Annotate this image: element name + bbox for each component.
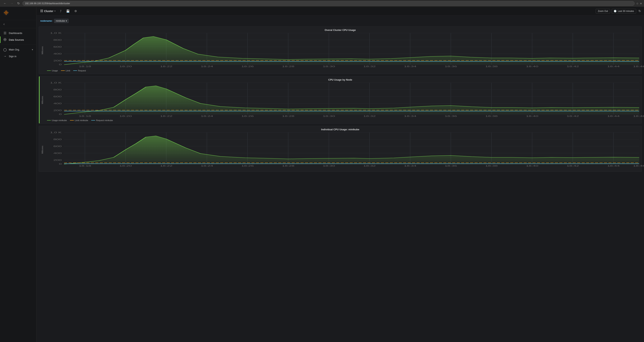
- svg-text:800: 800: [53, 89, 62, 91]
- sidebar-item-signin[interactable]: → Sign in: [0, 53, 36, 60]
- dashboard-dropdown-icon: ▾: [54, 10, 56, 12]
- svg-text:18:36: 18:36: [445, 165, 457, 167]
- svg-text:18:24: 18:24: [201, 65, 213, 68]
- time-range-label: Last 30 minutes: [618, 10, 634, 13]
- svg-text:18:46: 18:46: [633, 165, 644, 167]
- svg-text:18:18: 18:18: [79, 65, 91, 68]
- save-button[interactable]: 💾: [64, 9, 71, 14]
- svg-text:18:24: 18:24: [201, 165, 213, 167]
- app-layout: ‹ ☷ Dashboards 🖸 Data Sources ◯ Main Org…: [0, 7, 644, 342]
- svg-text:200: 200: [53, 159, 62, 161]
- nodename-filter-label: nodename:: [40, 20, 52, 22]
- sidebar-item-org[interactable]: ◯ Main Org. ▾: [0, 46, 36, 53]
- address-bar[interactable]: 192.168.99.100:31359/dashboard/db/cluste…: [22, 1, 634, 6]
- svg-text:400: 400: [53, 53, 62, 55]
- datasources-label: Data Sources: [9, 38, 24, 41]
- svg-text:18:44: 18:44: [607, 165, 620, 167]
- svg-text:0: 0: [59, 64, 62, 66]
- time-range-button[interactable]: 🕐 Last 30 minutes: [612, 9, 636, 14]
- org-icon: ◯: [3, 48, 7, 51]
- sidebar-item-datasources[interactable]: 🖸 Data Sources: [0, 37, 36, 43]
- forward-button[interactable]: →: [9, 1, 14, 6]
- share-button[interactable]: ⤴: [58, 9, 63, 14]
- chart-inner-1: 1.0 K 800 600 400 200 0: [44, 33, 639, 68]
- legend-usage-minikube: Usage minikube: [47, 119, 67, 121]
- svg-text:800: 800: [53, 39, 62, 41]
- svg-text:18:46: 18:46: [633, 115, 644, 117]
- main-content: nodename: minikube ▾ Overal Cluster CPU …: [36, 15, 644, 342]
- legend-limit-1: Limit: [61, 69, 70, 72]
- svg-text:18:18: 18:18: [79, 165, 91, 167]
- chart-svg-1: 1.0 K 800 600 400 200 0: [44, 33, 639, 68]
- svg-text:400: 400: [53, 102, 62, 105]
- menu-icon[interactable]: ≡: [640, 2, 642, 5]
- chart-legend-3: [39, 168, 642, 172]
- chart-area-3: Millicores: [39, 132, 642, 168]
- refresh-button[interactable]: ↻: [638, 9, 642, 14]
- svg-text:18:28: 18:28: [282, 115, 294, 117]
- svg-text:18:42: 18:42: [566, 165, 579, 167]
- svg-text:1.0 K: 1.0 K: [50, 32, 62, 34]
- chart-title-3: Individual CPU Usage: minikube: [39, 126, 642, 132]
- datasources-icon: 🖸: [3, 38, 7, 42]
- svg-text:18:34: 18:34: [404, 65, 416, 68]
- chart-legend-1: Usage Limit Request: [39, 68, 642, 74]
- svg-text:18:22: 18:22: [160, 65, 172, 68]
- svg-text:600: 600: [53, 46, 62, 48]
- chart-area-1: Millicores 1.0 K 800: [39, 32, 642, 68]
- dashboard-title-area[interactable]: ☷ Cluster ▾: [39, 9, 57, 14]
- svg-text:18:20: 18:20: [120, 165, 132, 167]
- nodename-filter-value[interactable]: minikube ▾: [54, 19, 68, 23]
- sidebar-item-dashboards[interactable]: ☷ Dashboards: [0, 30, 36, 37]
- reload-button[interactable]: ↻: [16, 1, 21, 6]
- chart-title-1: Overal Cluster CPU Usage: [39, 27, 642, 32]
- org-label: Main Org.: [9, 48, 20, 51]
- org-dropdown-icon: ▾: [32, 48, 33, 51]
- svg-text:600: 600: [53, 96, 62, 98]
- svg-text:18:30: 18:30: [322, 115, 335, 117]
- svg-text:18:20: 18:20: [120, 65, 132, 68]
- chart-inner-3: 1.0 K 800 600 400 200 0 18:18 18:20 18:2…: [44, 132, 639, 167]
- svg-text:18:18: 18:18: [79, 115, 91, 117]
- star-icon[interactable]: ☆: [636, 2, 639, 5]
- svg-text:18:36: 18:36: [445, 65, 457, 68]
- svg-marker-136: [64, 136, 639, 164]
- svg-text:18:46: 18:46: [633, 65, 644, 68]
- top-bar: ☷ Cluster ▾ ⤴ 💾 ⚙ Zoom Out 🕐 Last 30 min…: [36, 7, 644, 15]
- nav-back-button[interactable]: ‹: [2, 22, 6, 27]
- svg-text:18:30: 18:30: [322, 65, 335, 68]
- zoom-out-button[interactable]: Zoom Out: [596, 9, 610, 14]
- dashboards-label: Dashboards: [9, 32, 22, 35]
- chart-panel-3: Individual CPU Usage: minikube Millicore…: [39, 126, 642, 172]
- svg-text:18:28: 18:28: [282, 165, 294, 167]
- svg-text:200: 200: [53, 60, 62, 62]
- svg-text:400: 400: [53, 152, 62, 154]
- chart-inner-2: 1.0 K 800 600 400 200 0 18:18 18:20 18:2…: [44, 83, 639, 117]
- chart-panel-1: Overal Cluster CPU Usage Millicores: [39, 27, 642, 74]
- signin-label: Sign in: [9, 55, 16, 58]
- svg-text:18:44: 18:44: [607, 115, 620, 117]
- back-button[interactable]: ←: [2, 1, 8, 6]
- active-indicator: [0, 37, 0, 43]
- dashboards-icon: ☷: [3, 31, 7, 35]
- svg-text:0: 0: [59, 163, 62, 165]
- y-axis-label-1: Millicores: [40, 33, 44, 68]
- nav-items: ☷ Dashboards 🖸 Data Sources ◯ Main Org. …: [0, 28, 36, 61]
- svg-text:18:26: 18:26: [241, 115, 254, 117]
- legend-request-1: Request: [73, 69, 86, 72]
- top-bar-right: Zoom Out 🕐 Last 30 minutes ↻: [596, 9, 642, 14]
- clock-icon: 🕐: [614, 10, 616, 13]
- nodename-value: minikube: [56, 20, 65, 22]
- nav-divider: [0, 45, 36, 45]
- settings-button[interactable]: ⚙: [73, 9, 78, 14]
- svg-text:18:40: 18:40: [526, 115, 538, 117]
- legend-limit-minikube: Limit minikube: [70, 119, 88, 121]
- svg-text:18:42: 18:42: [566, 65, 579, 68]
- svg-text:18:40: 18:40: [526, 65, 538, 68]
- svg-text:18:24: 18:24: [201, 115, 213, 117]
- svg-text:18:34: 18:34: [404, 115, 416, 117]
- nodename-dropdown-icon: ▾: [66, 20, 67, 22]
- svg-text:0: 0: [59, 113, 62, 115]
- svg-text:1.0 K: 1.0 K: [50, 131, 62, 134]
- legend-usage-1: Usage: [47, 69, 58, 72]
